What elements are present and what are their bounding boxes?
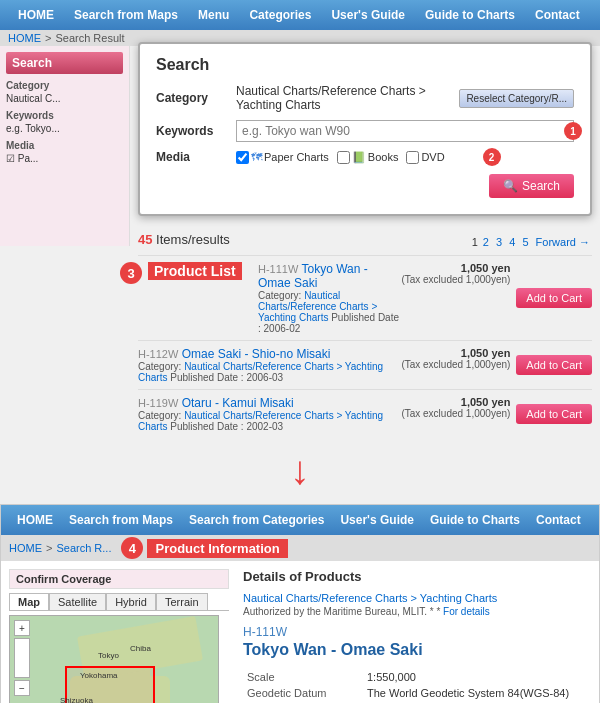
lower-navigation: HOME Search from Maps Search from Catego… (1, 505, 599, 535)
details-product-title: Tokyo Wan - Omae Saki (243, 641, 591, 659)
page-2-link[interactable]: 2 (483, 236, 489, 248)
lower-nav-search-categories[interactable]: Search from Categories (181, 505, 332, 535)
product-code-2: H-112W (138, 348, 178, 360)
category-row: Category Nautical Charts/Reference Chart… (156, 84, 574, 112)
media-paper-checkbox[interactable] (236, 151, 249, 164)
product-info-2: H-112W Omae Saki - Shio-no Misaki Catego… (138, 347, 400, 383)
product-price-2: 1,050 yen (Tax excluded 1,000yen) (400, 347, 510, 370)
map-tab-map[interactable]: Map (9, 593, 49, 610)
nav-home[interactable]: HOME (8, 0, 64, 30)
details-category: Nautical Charts/Reference Charts > Yacht… (243, 592, 591, 604)
add-cart-button-2[interactable]: Add to Cart (516, 355, 592, 375)
product-price-3: 1,050 yen (Tax excluded 1,000yen) (400, 396, 510, 419)
category-value: Nautical Charts/Reference Charts > Yacht… (236, 84, 459, 112)
media-books-label[interactable]: 📗 Books (337, 151, 399, 164)
map-panel: Confirm Coverage Map Satellite Hybrid Te… (9, 569, 229, 703)
search-panel: Search Category Nautical Charts/Referenc… (138, 42, 592, 216)
sidebar-media-label: Media (6, 140, 123, 151)
details-row-scale: Scale 1:550,000 (243, 669, 591, 685)
keywords-row: Keywords 1 (156, 120, 574, 142)
map-label-chiba: Chiba (130, 644, 151, 653)
search-panel-title: Search (156, 56, 574, 74)
map-tab-hybrid[interactable]: Hybrid (106, 593, 156, 610)
top-navigation: HOME Search from Maps Menu Categories Us… (0, 0, 600, 30)
product-list-label: Product List (148, 262, 242, 280)
nav-contact[interactable]: Contact (525, 0, 590, 30)
map-tabs: Map Satellite Hybrid Terrain (9, 593, 229, 611)
details-row-geodetic: Geodetic Datum The World Geodetic System… (243, 685, 591, 701)
circle-3: 3 (120, 262, 142, 284)
media-books-checkbox[interactable] (337, 151, 350, 164)
add-cart-button-3[interactable]: Add to Cart (516, 404, 592, 424)
search-button-row: 🔍 Search (156, 174, 574, 198)
keywords-input[interactable] (236, 120, 574, 142)
lower-nav-users-guide[interactable]: User's Guide (332, 505, 422, 535)
map-tab-terrain[interactable]: Terrain (156, 593, 208, 610)
forward-link[interactable]: Forward → (536, 236, 590, 248)
page-3-link[interactable]: 3 (496, 236, 502, 248)
details-code: H-111W (243, 625, 591, 639)
map-label-tokyo: Tokyo (98, 651, 119, 660)
product-item-1: 3 Product List H-111W Tokyo Wan - Omae S… (138, 255, 592, 340)
product-title-link-3[interactable]: Otaru - Kamui Misaki (182, 396, 294, 410)
map-zoom-out-button[interactable]: − (14, 680, 30, 696)
media-paper-label[interactable]: 🗺 Paper Charts (236, 151, 329, 164)
map-zoom-in-button[interactable]: + (14, 620, 30, 636)
details-title: Details of Products (243, 569, 591, 584)
media-options: 🗺 Paper Charts 📗 Books DVD 2 (236, 151, 475, 164)
map-label-shizuoka: Shizuoka (60, 696, 93, 703)
media-dvd-label[interactable]: DVD (406, 151, 444, 164)
search-icon: 🔍 (503, 179, 518, 193)
sidebar-keywords-value: e.g. Tokyo... (6, 123, 123, 134)
media-label: Media (156, 150, 236, 164)
product-item-3: H-119W Otaru - Kamui Misaki Category: Na… (138, 389, 592, 438)
lower-nav-guide-charts[interactable]: Guide to Charts (422, 505, 528, 535)
product-cat-1: Category: Nautical Charts/Reference Char… (258, 290, 400, 334)
sidebar-category-value: Nautical C... (6, 93, 123, 104)
pagination: 1 2 3 4 5 Forward → (472, 236, 592, 248)
details-cat-link[interactable]: Nautical Charts/Reference Charts > Yacht… (243, 592, 497, 604)
add-cart-button-1[interactable]: Add to Cart (516, 288, 592, 308)
lower-nav-contact[interactable]: Contact (528, 505, 589, 535)
sidebar-keywords-label: Keywords (6, 110, 123, 121)
details-panel: Details of Products Nautical Charts/Refe… (229, 569, 591, 703)
sidebar-search-title: Search (6, 52, 123, 74)
sidebar-media-value: ☑ Pa... (6, 153, 123, 164)
page-4-link[interactable]: 4 (509, 236, 515, 248)
reselect-button[interactable]: Reselect Category/R... (459, 89, 574, 108)
nav-search-maps[interactable]: Search from Maps (64, 0, 188, 30)
nav-users-guide[interactable]: User's Guide (321, 0, 415, 30)
details-table: Scale 1:550,000 Geodetic Datum The World… (243, 669, 591, 703)
nav-categories[interactable]: Categories (239, 0, 321, 30)
product-cat-2: Category: Nautical Charts/Reference Char… (138, 361, 400, 383)
lower-content: Confirm Coverage Map Satellite Hybrid Te… (1, 561, 599, 703)
circle-2: 2 (483, 148, 501, 166)
product-code-1: H-111W (258, 263, 298, 275)
results-count: 45 Items/results (138, 232, 230, 247)
results-panel: Search Category Nautical Charts/Referenc… (130, 46, 600, 444)
lower-breadcrumb-home[interactable]: HOME (9, 542, 42, 554)
nav-guide-charts[interactable]: Guide to Charts (415, 0, 525, 30)
circle-4: 4 (121, 537, 143, 559)
details-authorized: Authorized by the Maritime Bureau, MLIT.… (243, 606, 591, 617)
map-canvas[interactable]: + − Tokyo Yokohama Shizuoka Chiba (9, 615, 219, 703)
category-label: Category (156, 91, 236, 105)
nav-menu[interactable]: Menu (188, 0, 239, 30)
map-controls: + − (14, 620, 30, 696)
keywords-input-wrap: 1 (236, 120, 574, 142)
lower-nav-search-maps[interactable]: Search from Maps (61, 505, 181, 535)
map-tab-satellite[interactable]: Satellite (49, 593, 106, 610)
product-title-link-2[interactable]: Omae Saki - Shio-no Misaki (182, 347, 331, 361)
search-button[interactable]: 🔍 Search (489, 174, 574, 198)
map-label-yokohama: Yokohama (80, 671, 118, 680)
product-item-2: H-112W Omae Saki - Shio-no Misaki Catego… (138, 340, 592, 389)
lower-breadcrumb-search[interactable]: Search R... (56, 542, 111, 554)
lower-nav-home[interactable]: HOME (9, 505, 61, 535)
product-info-3: H-119W Otaru - Kamui Misaki Category: Na… (138, 396, 400, 432)
for-details-link[interactable]: For details (443, 606, 490, 617)
map-zoom-slider[interactable] (14, 638, 30, 678)
breadcrumb-home[interactable]: HOME (8, 32, 41, 44)
keywords-label: Keywords (156, 124, 236, 138)
page-5-link[interactable]: 5 (522, 236, 528, 248)
media-dvd-checkbox[interactable] (406, 151, 419, 164)
